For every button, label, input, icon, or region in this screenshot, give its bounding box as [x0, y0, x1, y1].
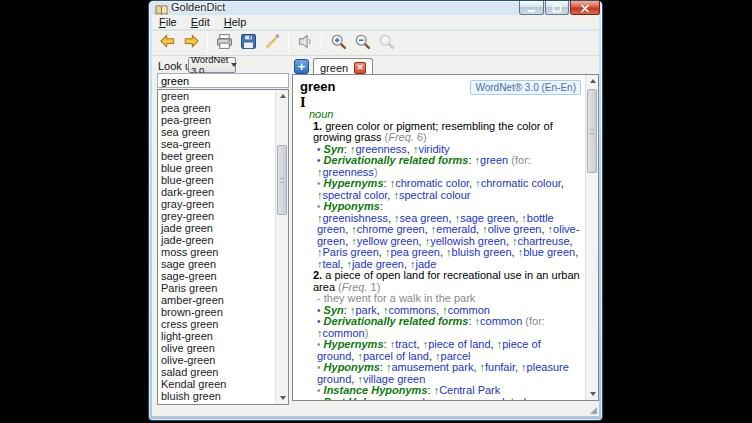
- word-link[interactable]: common: [323, 327, 365, 339]
- list-item[interactable]: light-green: [158, 330, 288, 342]
- word-link[interactable]: chartreuse: [518, 235, 570, 247]
- word-link[interactable]: tract: [395, 338, 416, 350]
- word-link[interactable]: commons: [388, 304, 436, 316]
- list-item[interactable]: sage green: [158, 258, 288, 270]
- word-link[interactable]: amusement park: [391, 361, 473, 373]
- relation-label: Hypernyms: [324, 338, 384, 350]
- list-item[interactable]: beet green: [158, 150, 288, 162]
- search-input[interactable]: [157, 73, 289, 88]
- word-link[interactable]: chrome green: [357, 223, 425, 235]
- list-item[interactable]: blue green: [158, 162, 288, 174]
- list-item[interactable]: pea-green: [158, 114, 288, 126]
- word-link[interactable]: sage green: [460, 212, 515, 224]
- word-link[interactable]: Paris green: [323, 246, 379, 258]
- scroll-up-icon[interactable]: [586, 75, 599, 87]
- resize-grip[interactable]: ◢: [590, 406, 597, 415]
- list-item[interactable]: Paris green: [158, 282, 288, 294]
- close-button[interactable]: [570, 1, 600, 15]
- list-item[interactable]: jade green: [158, 222, 288, 234]
- word-link[interactable]: viridity: [418, 143, 449, 155]
- word-link[interactable]: olive green: [488, 223, 542, 235]
- word-link[interactable]: green: [480, 154, 508, 166]
- word-link[interactable]: park: [355, 304, 376, 316]
- word-link[interactable]: urban area: [413, 396, 466, 401]
- word-link[interactable]: chromatic colour: [481, 177, 561, 189]
- scan-popup-button[interactable]: [260, 32, 284, 54]
- word-link[interactable]: parcel of land: [363, 350, 429, 362]
- maximize-button[interactable]: [545, 1, 569, 15]
- list-item[interactable]: sea green: [158, 126, 288, 138]
- word-link[interactable]: sea green: [400, 212, 449, 224]
- word-link[interactable]: pea green: [390, 246, 440, 258]
- list-item[interactable]: amber-green: [158, 294, 288, 306]
- scroll-up-icon[interactable]: [276, 90, 289, 102]
- list-item[interactable]: moss green: [158, 246, 288, 258]
- word-link[interactable]: jade: [416, 258, 437, 270]
- dictionary-badge[interactable]: WordNet® 3.0 (En-En): [470, 80, 581, 95]
- word-link[interactable]: common: [448, 304, 490, 316]
- word-link[interactable]: spectral color: [323, 189, 388, 201]
- list-item[interactable]: jade-green: [158, 234, 288, 246]
- word-link[interactable]: greenness: [323, 166, 374, 178]
- word-link[interactable]: funfair: [485, 361, 515, 373]
- word-list-scrollbar[interactable]: [275, 90, 288, 404]
- word-link[interactable]: yellowish green: [430, 235, 506, 247]
- word-link[interactable]: bluish green: [452, 246, 512, 258]
- article-scrollbar[interactable]: [585, 75, 598, 400]
- word-link[interactable]: village green: [363, 373, 425, 385]
- list-item[interactable]: grey-green: [158, 210, 288, 222]
- word-link[interactable]: common: [480, 315, 522, 327]
- list-item[interactable]: sage-green: [158, 270, 288, 282]
- word-link[interactable]: spectral colour: [399, 189, 471, 201]
- word-link[interactable]: Central Park: [439, 384, 500, 396]
- print-button[interactable]: [212, 32, 236, 54]
- dictionary-group-select[interactable]: WordNet 3.0: [188, 57, 236, 73]
- zoom-out-button[interactable]: [350, 32, 374, 54]
- bullet-icon: •: [317, 155, 321, 166]
- pronounce-button[interactable]: [293, 32, 317, 54]
- menu-edit[interactable]: Edit: [184, 16, 217, 28]
- list-item[interactable]: cress green: [158, 318, 288, 330]
- list-item[interactable]: sea-green: [158, 138, 288, 150]
- list-item[interactable]: blue-green: [158, 174, 288, 186]
- list-item[interactable]: olive-green: [158, 354, 288, 366]
- word-link[interactable]: jade green: [352, 258, 404, 270]
- list-item[interactable]: gray-green: [158, 198, 288, 210]
- word-link[interactable]: emerald: [436, 223, 476, 235]
- list-item[interactable]: pea green: [158, 102, 288, 114]
- tab-close-icon[interactable]: ✕: [354, 62, 366, 74]
- menu-help[interactable]: Help: [217, 16, 254, 28]
- list-item[interactable]: green: [158, 90, 288, 102]
- word-link[interactable]: yellow green: [357, 235, 419, 247]
- back-button[interactable]: [155, 32, 179, 54]
- title-bar[interactable]: GoldenDict: [149, 1, 602, 15]
- scroll-down-icon[interactable]: [586, 388, 599, 400]
- word-link[interactable]: parcel: [441, 350, 471, 362]
- list-item[interactable]: dark-green: [158, 186, 288, 198]
- list-item[interactable]: bluish green: [158, 390, 288, 402]
- zoom-in-icon: [330, 33, 347, 54]
- sense-definition: green color or pigment; resembling the c…: [313, 120, 553, 144]
- freq-label: Freq.: [342, 281, 368, 293]
- scroll-down-icon[interactable]: [276, 392, 289, 404]
- list-item[interactable]: Kendal green: [158, 378, 288, 390]
- menu-file[interactable]: File: [152, 16, 184, 28]
- forward-button[interactable]: [179, 32, 203, 54]
- word-link[interactable]: greenness: [355, 143, 406, 155]
- list-item[interactable]: olive green: [158, 342, 288, 354]
- list-item[interactable]: brown-green: [158, 306, 288, 318]
- word-link[interactable]: greenishness: [323, 212, 388, 224]
- word-link[interactable]: piece of land: [428, 338, 490, 350]
- word-link[interactable]: chromatic color: [395, 177, 469, 189]
- save-article-button[interactable]: [236, 32, 260, 54]
- toolbar-separator: [207, 34, 208, 52]
- word-link[interactable]: teal: [323, 258, 341, 270]
- article-scroll-thumb[interactable]: [587, 89, 597, 173]
- word-link[interactable]: blue green: [523, 246, 575, 258]
- minimize-button[interactable]: [519, 1, 544, 15]
- add-tab-button[interactable]: +: [294, 59, 309, 74]
- word-list-scroll-thumb[interactable]: [277, 145, 287, 215]
- zoom-in-button[interactable]: [326, 32, 350, 54]
- list-item[interactable]: salad green: [158, 366, 288, 378]
- word-link[interactable]: populated area: [478, 396, 551, 401]
